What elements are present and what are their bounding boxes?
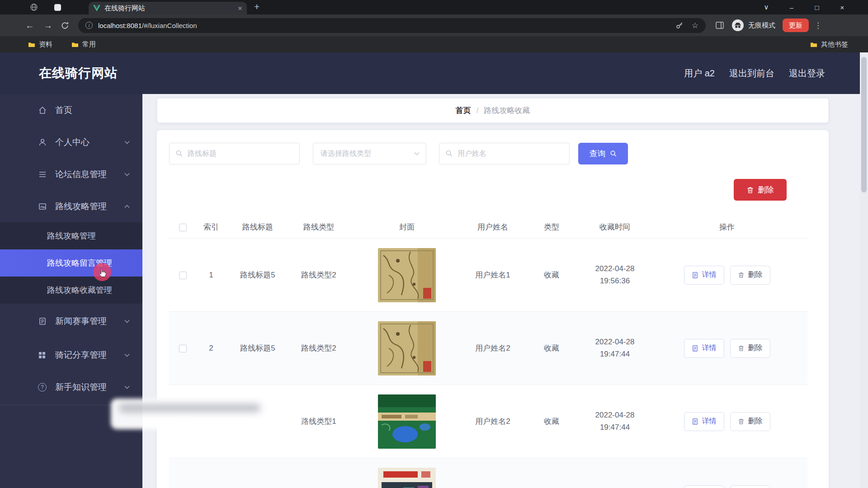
chevron-up-icon xyxy=(124,205,130,208)
route-type-select[interactable]: 请选择路线类型 xyxy=(313,143,426,164)
sidebar-item-route-mgmt[interactable]: 路线攻略管理 xyxy=(0,190,142,222)
col-header-category: 类型 xyxy=(520,222,583,232)
browser-tabstrip: 在线骑行网站 × + ∨ – □ × xyxy=(0,0,868,14)
window-close-button[interactable]: × xyxy=(835,4,850,11)
incognito-avatar-icon[interactable] xyxy=(732,19,744,31)
site-header: 在线骑行网站 用户 a2 退出到前台 退出登录 xyxy=(0,52,860,94)
question-circle-icon: ? xyxy=(38,383,47,391)
row-delete-button[interactable]: 删除 xyxy=(730,412,770,431)
row-delete-button[interactable]: 删除 xyxy=(730,485,770,488)
select-all-checkbox[interactable] xyxy=(179,224,187,231)
tab-list-caret-icon[interactable]: ∨ xyxy=(759,3,774,11)
reload-button[interactable] xyxy=(61,21,69,30)
folder-icon xyxy=(810,42,817,47)
globe-icon[interactable] xyxy=(30,3,38,13)
table-header-row: 索引 路线标题 路线类型 封面 用户姓名 类型 收藏时间 操作 xyxy=(169,216,807,239)
sidebar-item-home[interactable]: 首页 xyxy=(0,94,142,126)
bookmark-star-icon[interactable]: ☆ xyxy=(692,21,698,30)
browser-toolbar: ← → i localhost:8081/#/luxianCollection … xyxy=(0,14,868,36)
sidebar-subitem-route-collect-mgmt[interactable]: 路线攻略收藏管理 xyxy=(0,277,142,304)
chevron-down-icon xyxy=(414,152,420,155)
sidebar-subitem-route-guide-mgmt[interactable]: 路线攻略管理 xyxy=(0,222,142,249)
trash-icon xyxy=(738,272,745,278)
url-text: localhost:8081/#/luxianCollection xyxy=(98,22,197,29)
content-panel: 请选择路线类型 查询 xyxy=(157,130,829,488)
other-bookmarks[interactable]: 其他书签 xyxy=(810,40,848,49)
breadcrumb: 首页 / 路线攻略收藏 xyxy=(157,98,829,123)
cover-image xyxy=(378,321,436,375)
document-icon xyxy=(692,345,698,352)
forward-button[interactable]: → xyxy=(43,21,52,30)
row-delete-button[interactable]: 删除 xyxy=(730,266,770,285)
folder-icon xyxy=(28,42,35,47)
folder-icon xyxy=(71,42,79,47)
new-tab-button[interactable]: + xyxy=(254,1,259,12)
breadcrumb-current: 路线攻略收藏 xyxy=(484,105,530,116)
sidebar-subitem-route-comment-mgmt[interactable]: 路线攻略留言管理 xyxy=(0,249,142,277)
breadcrumb-home[interactable]: 首页 xyxy=(456,105,471,116)
col-header-ops: 操作 xyxy=(646,222,807,232)
bulk-delete-button[interactable]: 删除 xyxy=(734,179,787,201)
row-checkbox[interactable] xyxy=(179,345,187,352)
browser-menu-icon[interactable]: ⋮ xyxy=(814,21,822,30)
detail-button[interactable]: 详情 xyxy=(684,266,724,285)
sidebar-item-forum-mgmt[interactable]: 论坛信息管理 xyxy=(0,158,142,190)
table-row: 1 路线标题5 路线类型2 用户姓名1 xyxy=(169,239,807,312)
route-title-filter xyxy=(169,143,300,164)
trash-icon xyxy=(746,186,754,194)
tab-title: 在线骑行网站 xyxy=(104,4,238,13)
row-delete-button[interactable]: 删除 xyxy=(730,339,770,358)
maximize-button[interactable]: □ xyxy=(809,4,825,11)
query-button[interactable]: 查询 xyxy=(578,143,628,164)
detail-button[interactable]: 详情 xyxy=(684,412,724,431)
route-title-input[interactable] xyxy=(169,143,300,164)
incognito-label: 无痕模式 xyxy=(748,21,775,30)
search-icon xyxy=(175,150,183,157)
col-header-date: 收藏时间 xyxy=(583,222,646,232)
picture-icon xyxy=(38,202,47,211)
sidebar-item-profile[interactable]: 个人中心 xyxy=(0,126,142,158)
detail-button[interactable]: 详情 xyxy=(684,485,724,488)
side-panel-icon[interactable] xyxy=(716,22,724,29)
collection-table: 索引 路线标题 路线类型 封面 用户姓名 类型 收藏时间 操作 1 路线标题5 … xyxy=(169,216,807,488)
pinned-app-icon[interactable] xyxy=(54,4,61,11)
user-name-input[interactable] xyxy=(439,143,570,164)
chevron-down-icon xyxy=(124,319,130,323)
news-doc-icon xyxy=(38,317,47,326)
cover-image xyxy=(378,394,436,449)
minimize-button[interactable]: – xyxy=(784,4,799,11)
chevron-down-icon xyxy=(124,353,130,357)
bookmark-folder-ziliao[interactable]: 资料 xyxy=(28,40,52,49)
search-icon xyxy=(610,150,617,157)
chevron-down-icon xyxy=(124,385,130,389)
password-key-icon[interactable] xyxy=(675,21,684,29)
sidebar-item-riding-share-mgmt[interactable]: 骑记分享管理 xyxy=(0,339,142,371)
back-button[interactable]: ← xyxy=(25,21,34,30)
scrollbar-thumb[interactable] xyxy=(861,57,867,192)
table-row: 2 路线标题5 路线类型2 用户姓名2 xyxy=(169,312,807,385)
breadcrumb-separator: / xyxy=(476,106,479,115)
user-name-filter xyxy=(439,143,570,164)
table-row: 2022-04-28 详情 删除 xyxy=(169,458,807,488)
col-header-index: 索引 xyxy=(196,222,226,232)
tab-close-icon[interactable]: × xyxy=(238,5,242,12)
cover-image xyxy=(378,468,436,488)
col-header-cover: 封面 xyxy=(348,222,466,232)
hand-cursor-icon xyxy=(99,268,108,280)
detail-button[interactable]: 详情 xyxy=(684,339,724,358)
exit-to-front-link[interactable]: 退出到前台 xyxy=(729,67,774,80)
browser-tab[interactable]: 在线骑行网站 × xyxy=(89,2,247,14)
route-submenu: 路线攻略管理 路线攻略留言管理 路线攻略收藏管理 xyxy=(0,222,142,304)
current-user-label[interactable]: 用户 a2 xyxy=(684,67,715,80)
row-checkbox[interactable] xyxy=(179,272,187,279)
trash-icon xyxy=(738,345,745,352)
sidebar-item-news-mgmt[interactable]: 新闻赛事管理 xyxy=(0,304,142,339)
logout-link[interactable]: 退出登录 xyxy=(789,67,825,80)
bookmark-folder-changyong[interactable]: 常用 xyxy=(71,40,96,49)
user-icon xyxy=(38,138,47,147)
browser-update-button[interactable]: 更新 xyxy=(783,19,809,32)
bookmarks-bar: 资料 常用 其他书签 xyxy=(0,36,868,52)
chevron-down-icon xyxy=(124,141,130,144)
site-info-icon[interactable]: i xyxy=(85,22,93,29)
address-bar[interactable]: i localhost:8081/#/luxianCollection ☆ xyxy=(78,18,706,33)
